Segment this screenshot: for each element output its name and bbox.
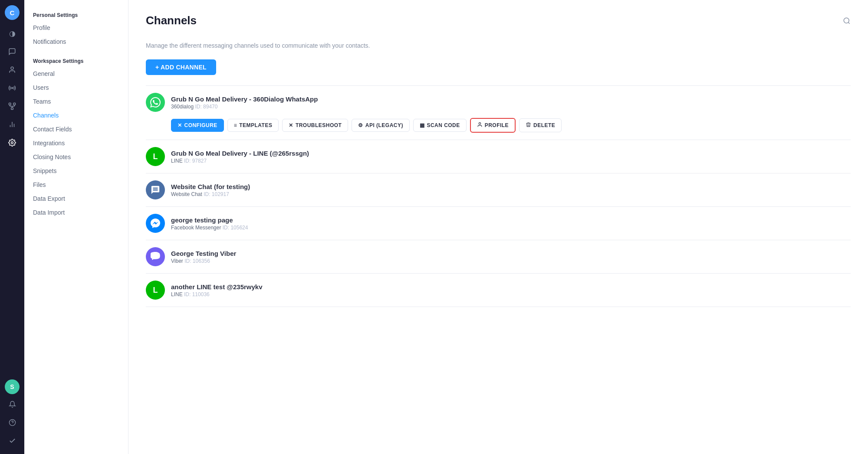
channel-meta: 360dialog ID: 89470: [171, 104, 851, 110]
sidebar-item-integrations[interactable]: Integrations: [24, 136, 128, 150]
channel-row: L another LINE test @235rwykv LINE ID: 1…: [146, 281, 851, 300]
inbox-icon[interactable]: [4, 43, 20, 60]
templates-button[interactable]: ≡ TEMPLATES: [227, 119, 279, 132]
channel-item-whatsapp: Grub N Go Meal Delivery - 360Dialog What…: [146, 86, 851, 140]
channel-row: George Testing Viber Viber ID: 106356: [146, 247, 851, 266]
channel-name: george testing page: [171, 216, 851, 224]
sidebar-item-notifications[interactable]: Notifications: [24, 35, 128, 49]
channel-meta: Viber ID: 106356: [171, 258, 851, 264]
channel-logo-viber: [146, 247, 165, 266]
scan-code-button[interactable]: ▦ SCAN CODE: [413, 119, 467, 132]
page-top-bar: Channels: [146, 14, 851, 30]
channel-logo-line: L: [146, 147, 165, 166]
delete-button[interactable]: DELETE: [519, 118, 562, 132]
configure-button[interactable]: ✕ CONFIGURE: [171, 119, 224, 132]
channel-logo-whatsapp: [146, 93, 165, 112]
channel-name: George Testing Viber: [171, 250, 851, 257]
delete-icon: [526, 122, 531, 129]
channel-name: Website Chat (for testing): [171, 183, 851, 190]
profile-icon: [477, 122, 483, 129]
left-nav-panel: Personal Settings Profile Notifications …: [24, 0, 128, 454]
channels-nav-icon[interactable]: [4, 80, 20, 96]
sidebar-item-data-import[interactable]: Data Import: [24, 206, 128, 219]
channel-list: Grub N Go Meal Delivery - 360Dialog What…: [146, 85, 851, 307]
help-icon[interactable]: [4, 414, 20, 431]
page-subtitle: Manage the different messaging channels …: [146, 42, 851, 49]
channel-info-webchat: Website Chat (for testing) Website Chat …: [171, 183, 851, 197]
channel-name: another LINE test @235rwykv: [171, 283, 851, 291]
svg-rect-3: [13, 103, 16, 105]
sidebar-item-files[interactable]: Files: [24, 178, 128, 192]
channel-name: Grub N Go Meal Delivery - 360Dialog What…: [171, 95, 851, 103]
scan-icon: ▦: [420, 122, 424, 128]
channel-info-viber: George Testing Viber Viber ID: 106356: [171, 250, 851, 264]
api-legacy-button[interactable]: ⚙ API (LEGACY): [352, 119, 410, 132]
channel-name: Grub N Go Meal Delivery - LINE (@265rssg…: [171, 150, 851, 157]
checkmark-icon[interactable]: [4, 432, 20, 449]
channel-item-line: L Grub N Go Meal Delivery - LINE (@265rs…: [146, 140, 851, 173]
app-avatar[interactable]: C: [5, 5, 20, 20]
troubleshoot-button[interactable]: ✕ TROUBLESHOOT: [282, 119, 348, 132]
channel-row: george testing page Facebook Messenger I…: [146, 214, 851, 233]
api-icon: ⚙: [358, 122, 363, 128]
channel-meta: LINE ID: 110036: [171, 291, 851, 297]
templates-icon: ≡: [234, 122, 237, 128]
channel-info-line: Grub N Go Meal Delivery - LINE (@265rssg…: [171, 150, 851, 164]
workspace-settings-title: Workspace Settings: [24, 55, 128, 67]
reports-icon[interactable]: [4, 116, 20, 133]
bell-icon[interactable]: [4, 396, 20, 412]
profile-button[interactable]: PROFILE: [470, 118, 516, 133]
icon-sidebar: C ◑ S: [0, 0, 24, 454]
channel-item-webchat: Website Chat (for testing) Website Chat …: [146, 173, 851, 207]
sidebar-item-users[interactable]: Users: [24, 81, 128, 95]
channel-logo-webchat: [146, 180, 165, 199]
add-channel-button[interactable]: + ADD CHANNEL: [146, 59, 216, 75]
channel-item-line2: L another LINE test @235rwykv LINE ID: 1…: [146, 274, 851, 307]
channel-info-whatsapp: Grub N Go Meal Delivery - 360Dialog What…: [171, 95, 851, 110]
channel-meta: Facebook Messenger ID: 105624: [171, 225, 851, 231]
svg-point-1: [12, 88, 13, 89]
troubleshoot-icon: ✕: [289, 122, 293, 128]
configure-icon: ✕: [178, 122, 182, 128]
svg-point-12: [11, 142, 13, 144]
sidebar-item-profile[interactable]: Profile: [24, 21, 128, 35]
svg-rect-4: [11, 108, 13, 110]
nodes-icon[interactable]: [4, 98, 20, 114]
svg-point-15: [844, 18, 849, 23]
main-content: Channels Manage the different messaging …: [128, 0, 868, 454]
channel-logo-line2: L: [146, 281, 165, 300]
svg-rect-2: [9, 103, 11, 105]
sidebar-item-contact-fields[interactable]: Contact Fields: [24, 122, 128, 136]
channel-row: Grub N Go Meal Delivery - 360Dialog What…: [146, 93, 851, 112]
svg-line-16: [848, 22, 849, 23]
channel-item-messenger: george testing page Facebook Messenger I…: [146, 207, 851, 240]
channel-logo-messenger: [146, 214, 165, 233]
channel-row: L Grub N Go Meal Delivery - LINE (@265rs…: [146, 147, 851, 166]
sidebar-item-data-export[interactable]: Data Export: [24, 192, 128, 206]
personal-settings-title: Personal Settings: [24, 9, 128, 21]
settings-nav-icon[interactable]: [4, 134, 20, 151]
channel-row: Website Chat (for testing) Website Chat …: [146, 180, 851, 199]
channel-info-line2: another LINE test @235rwykv LINE ID: 110…: [171, 283, 851, 297]
sidebar-item-teams[interactable]: Teams: [24, 95, 128, 108]
channel-meta: LINE ID: 97827: [171, 158, 851, 164]
svg-point-0: [11, 67, 13, 69]
sidebar-item-snippets[interactable]: Snippets: [24, 164, 128, 178]
sidebar-item-closing-notes[interactable]: Closing Notes: [24, 150, 128, 164]
channel-info-messenger: george testing page Facebook Messenger I…: [171, 216, 851, 231]
svg-point-17: [479, 123, 480, 124]
page-title: Channels: [146, 14, 197, 27]
sidebar-item-general[interactable]: General: [24, 67, 128, 81]
channel-item-viber: George Testing Viber Viber ID: 106356: [146, 240, 851, 274]
dashboard-icon[interactable]: ◑: [4, 25, 20, 42]
search-button[interactable]: [843, 17, 851, 27]
channel-actions-row: ✕ CONFIGURE ≡ TEMPLATES ✕ TROUBLESHOOT ⚙…: [171, 118, 851, 133]
sidebar-item-channels[interactable]: Channels: [24, 108, 128, 122]
channel-meta: Website Chat ID: 102917: [171, 191, 851, 197]
user-avatar[interactable]: S: [5, 379, 20, 394]
contacts-icon[interactable]: [4, 62, 20, 78]
